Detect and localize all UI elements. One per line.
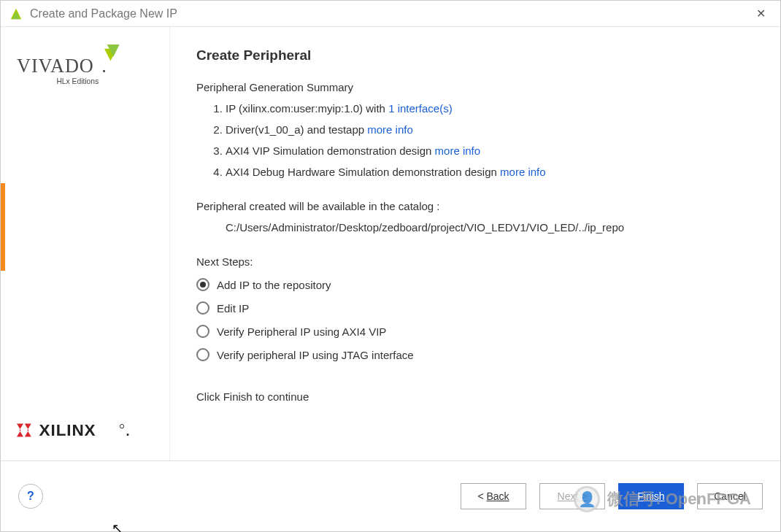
vivado-logo: VIVADO . HLx Editions <box>9 45 161 101</box>
summary-item-4: AXI4 Debug Hardware Simulation demonstra… <box>226 166 754 178</box>
cancel-button[interactable]: Cancel <box>697 483 763 509</box>
summary-list: IP (xilinx.com:user:myip:1.0) with 1 int… <box>196 102 754 178</box>
svg-marker-6 <box>25 424 31 437</box>
app-icon <box>9 7 23 20</box>
help-icon: ? <box>27 490 34 503</box>
cancel-label: Cancel <box>714 490 746 502</box>
brand-vendor-text: XILINX <box>39 421 96 439</box>
finish-button[interactable]: Finish <box>618 483 684 509</box>
radio-icon <box>196 348 209 361</box>
summary-item-link[interactable]: 1 interface(s) <box>388 102 453 115</box>
dialog-body: VIVADO . HLx Editions XILINX . Create Pe <box>1 27 780 461</box>
summary-item-2: Driver(v1_00_a) and testapp more info <box>226 123 754 136</box>
summary-item-3: AXI4 VIP Simulation demonstration design… <box>226 144 754 157</box>
catalog-block: Peripheral created will be available in … <box>196 200 754 234</box>
main-panel: Create Peripheral Peripheral Generation … <box>170 27 780 460</box>
summary-item-text: AXI4 Debug Hardware Simulation demonstra… <box>226 166 500 178</box>
dialog-window: Create and Package New IP ✕ VIVADO . HLx… <box>0 0 781 532</box>
radio-icon <box>196 301 209 315</box>
xilinx-logo: XILINX . <box>9 421 161 443</box>
back-button[interactable]: < Back <box>461 483 526 509</box>
summary-item-text: AXI4 VIP Simulation demonstration design <box>226 144 435 157</box>
help-button[interactable]: ? <box>18 484 43 509</box>
radio-icon <box>196 278 209 291</box>
brand-edition-text: HLx Editions <box>56 77 99 85</box>
continue-text: Click Finish to continue <box>196 390 754 403</box>
radio-label: Verify Peripheral IP using AXI4 VIP <box>217 325 386 338</box>
svg-marker-5 <box>17 424 23 437</box>
back-label: Back <box>486 490 509 502</box>
radio-edit-ip[interactable]: Edit IP <box>196 301 754 315</box>
summary-item-text: IP (xilinx.com:user:myip:1.0) with <box>226 102 388 115</box>
brand-product-text: VIVADO <box>17 55 94 77</box>
next-label: Next > <box>558 490 588 502</box>
summary-item-link[interactable]: more info <box>500 166 546 178</box>
svg-text:.: . <box>126 424 130 439</box>
summary-item-link[interactable]: more info <box>435 144 481 157</box>
summary-item-link[interactable]: more info <box>367 123 413 136</box>
close-icon[interactable]: ✕ <box>750 4 772 23</box>
radio-add-ip[interactable]: Add IP to the repository <box>196 278 754 291</box>
titlebar: Create and Package New IP ✕ <box>1 1 780 27</box>
svg-point-7 <box>120 425 123 428</box>
next-steps: Next Steps: Add IP to the repository Edi… <box>196 255 754 361</box>
radio-label: Verify peripheral IP using JTAG interfac… <box>217 349 414 361</box>
finish-label: Finish <box>637 490 664 502</box>
summary-item-text: Driver(v1_00_a) and testapp <box>226 123 367 136</box>
radio-label: Edit IP <box>217 302 249 315</box>
dialog-footer: ? < Back Next > Finish Cancel <box>1 461 780 531</box>
side-panel: VIVADO . HLx Editions XILINX . <box>1 27 170 460</box>
catalog-path: C:/Users/Administrator/Desktop/zedboard/… <box>196 221 754 234</box>
svg-text:.: . <box>101 55 107 77</box>
radio-verify-axi4-vip[interactable]: Verify Peripheral IP using AXI4 VIP <box>196 325 754 338</box>
summary-label: Peripheral Generation Summary <box>196 81 754 93</box>
summary-item-1: IP (xilinx.com:user:myip:1.0) with 1 int… <box>226 102 754 115</box>
next-steps-label: Next Steps: <box>196 255 754 268</box>
next-button[interactable]: Next > <box>539 483 605 509</box>
window-title: Create and Package New IP <box>30 7 750 20</box>
radio-icon <box>196 325 209 338</box>
catalog-label: Peripheral created will be available in … <box>196 200 754 212</box>
radio-label: Add IP to the repository <box>217 279 331 291</box>
radio-verify-jtag[interactable]: Verify peripheral IP using JTAG interfac… <box>196 348 754 361</box>
page-title: Create Peripheral <box>196 47 754 63</box>
